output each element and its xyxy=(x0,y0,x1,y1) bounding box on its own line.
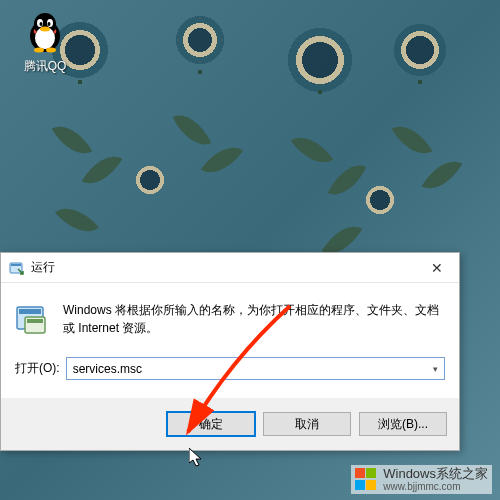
qq-penguin-icon xyxy=(23,10,67,54)
svg-rect-15 xyxy=(27,319,43,323)
logo-square xyxy=(366,468,376,478)
logo-square xyxy=(366,480,376,490)
browse-button[interactable]: 浏览(B)... xyxy=(359,412,447,436)
desktop-icon-qq[interactable]: 腾讯QQ xyxy=(15,10,75,75)
desktop[interactable]: 腾讯QQ 运行 ✕ xyxy=(0,0,500,500)
close-button[interactable]: ✕ xyxy=(414,253,459,282)
watermark-brand: Windows系统之家 xyxy=(383,467,488,481)
run-titlebar-icon xyxy=(9,260,25,276)
svg-rect-11 xyxy=(11,264,21,266)
run-program-icon xyxy=(15,301,51,337)
svg-point-7 xyxy=(40,27,50,32)
desktop-icon-label: 腾讯QQ xyxy=(15,58,75,75)
logo-square xyxy=(355,480,365,490)
chevron-down-icon: ▾ xyxy=(433,364,438,374)
close-icon: ✕ xyxy=(431,260,443,276)
open-input-row: 打开(O): ▾ xyxy=(1,351,459,398)
cancel-button[interactable]: 取消 xyxy=(263,412,351,436)
svg-rect-13 xyxy=(19,309,41,314)
open-label: 打开(O): xyxy=(15,360,60,377)
dialog-body: Windows 将根据你所输入的名称，为你打开相应的程序、文件夹、文档或 Int… xyxy=(1,283,459,351)
combobox-dropdown-button[interactable]: ▾ xyxy=(426,358,444,379)
watermark: Windows系统之家 www.bjjmmc.com xyxy=(351,465,492,494)
open-input[interactable] xyxy=(67,358,426,379)
open-combobox[interactable]: ▾ xyxy=(66,357,445,380)
dialog-title: 运行 xyxy=(31,259,55,276)
dialog-titlebar[interactable]: 运行 ✕ xyxy=(1,253,459,283)
svg-point-6 xyxy=(48,22,51,26)
watermark-url: www.bjjmmc.com xyxy=(383,481,488,492)
ok-button[interactable]: 确定 xyxy=(167,412,255,436)
dialog-footer: 确定 取消 浏览(B)... xyxy=(1,398,459,450)
svg-point-9 xyxy=(46,48,56,53)
svg-point-8 xyxy=(34,48,44,53)
svg-point-5 xyxy=(40,22,43,26)
dialog-description: Windows 将根据你所输入的名称，为你打开相应的程序、文件夹、文档或 Int… xyxy=(63,301,445,337)
watermark-text: Windows系统之家 www.bjjmmc.com xyxy=(383,467,488,492)
windows-logo-icon xyxy=(355,468,377,490)
run-dialog: 运行 ✕ Windows 将根据你所输入的名称，为你打开相应的程序、文件夹、文档… xyxy=(0,252,460,451)
logo-square xyxy=(355,468,365,478)
